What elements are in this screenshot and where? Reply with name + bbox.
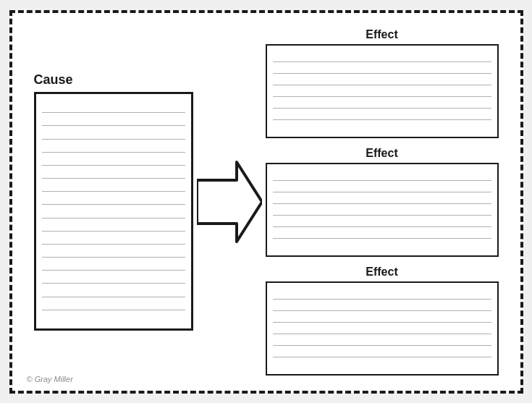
effect1-line <box>273 73 491 74</box>
cause-box <box>34 92 193 331</box>
cause-line <box>42 231 185 232</box>
effect1-line <box>273 61 491 62</box>
arrow-container <box>193 158 266 245</box>
effect-item-3: Effect <box>266 266 499 376</box>
effect-label-1: Effect <box>266 28 499 41</box>
cause-line <box>42 139 185 140</box>
effect-box-2 <box>266 163 499 257</box>
cause-line <box>42 310 185 310</box>
effect1-line <box>273 96 491 97</box>
effects-section: Effect Effect <box>266 28 499 376</box>
page-container: Cause <box>9 10 523 394</box>
effect-item-2: Effect <box>266 147 499 257</box>
effect1-line <box>273 108 491 109</box>
cause-line <box>42 270 185 271</box>
effect2-line <box>273 192 491 192</box>
effect-box-3 <box>266 281 499 376</box>
copyright-text: © Gray Miller <box>27 375 73 383</box>
svg-marker-0 <box>197 162 262 242</box>
cause-line <box>42 244 185 245</box>
cause-line <box>42 178 185 179</box>
cause-label: Cause <box>34 72 73 88</box>
cause-section: Cause <box>34 72 193 331</box>
cause-line <box>42 165 185 166</box>
effect3-line <box>273 322 491 323</box>
effect3-line <box>273 345 491 346</box>
effect3-line <box>273 334 491 334</box>
cause-line <box>42 297 185 297</box>
cause-line <box>42 218 185 219</box>
effect2-line <box>273 226 491 227</box>
cause-line <box>42 152 185 153</box>
effect2-line <box>273 215 491 216</box>
effect-item-1: Effect <box>266 28 499 138</box>
cause-line <box>42 112 185 113</box>
cause-line <box>42 191 185 192</box>
content-area: Cause <box>12 13 520 391</box>
right-arrow-icon <box>197 158 262 245</box>
effect3-line <box>273 310 491 311</box>
effect2-line <box>273 203 491 204</box>
effect2-line <box>273 180 491 181</box>
cause-lined-area <box>42 100 185 323</box>
effect3-line <box>273 299 491 300</box>
cause-line <box>42 283 185 284</box>
effect1-line <box>273 85 491 85</box>
effect3-line <box>273 357 491 357</box>
cause-line <box>42 257 185 258</box>
cause-line <box>42 125 185 126</box>
effect2-line <box>273 238 491 239</box>
effect-label-3: Effect <box>266 266 499 279</box>
cause-line <box>42 204 185 205</box>
effect-label-2: Effect <box>266 147 499 160</box>
effect-box-1 <box>266 44 499 138</box>
effect1-line <box>273 119 491 120</box>
